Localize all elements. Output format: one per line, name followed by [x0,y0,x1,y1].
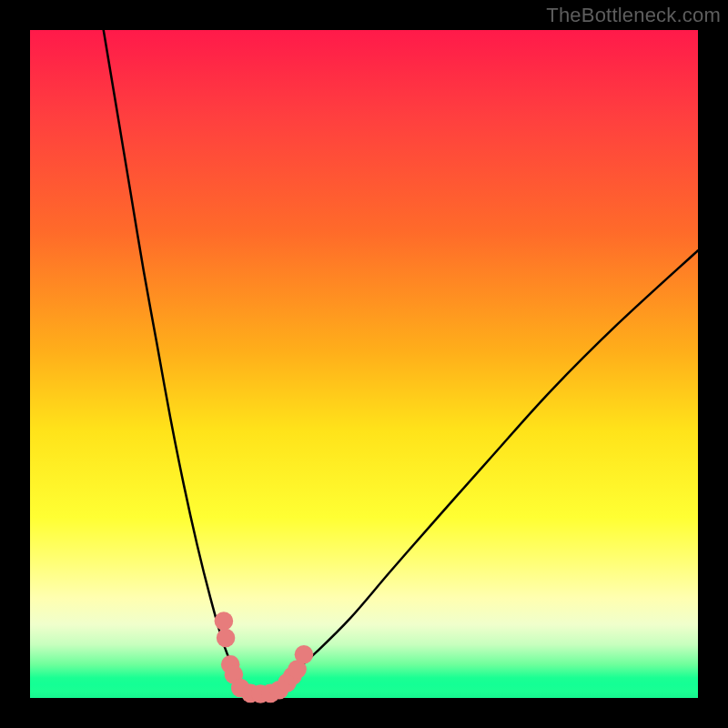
marker-dot [295,645,314,664]
curve-left-arm [104,30,258,694]
chart-svg [30,30,698,698]
curve-right-arm [258,250,698,694]
marker-dot [217,629,236,648]
marker-dots [215,612,314,703]
attribution-text: TheBottleneck.com [546,4,721,27]
marker-dot [215,612,234,631]
chart-frame: TheBottleneck.com [0,0,728,728]
